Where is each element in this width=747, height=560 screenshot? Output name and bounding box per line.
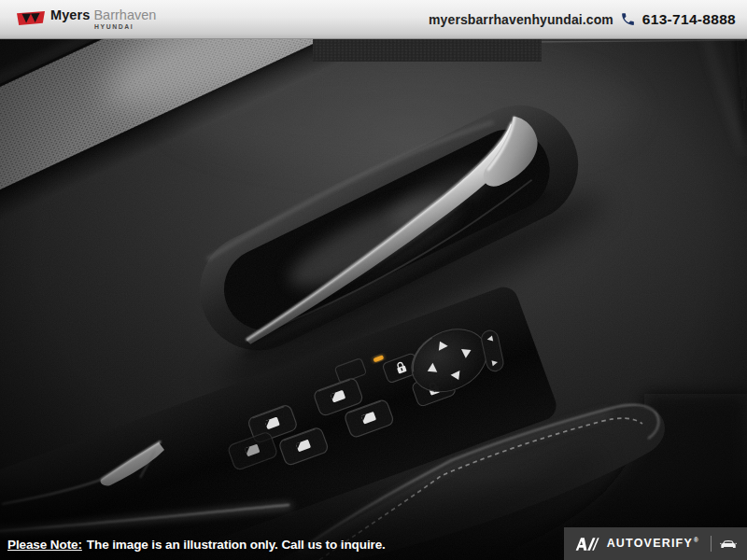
door-panel-illustration <box>0 39 747 560</box>
dealer-brand: HYUNDAI <box>94 23 156 30</box>
dealer-logo: Myers Barrhaven HYUNDAI <box>17 8 156 30</box>
phone-number-link[interactable]: 613-714-8888 <box>642 11 736 28</box>
website-link[interactable]: myersbarrhavenhyundai.com <box>429 12 613 27</box>
car-icon <box>719 537 738 551</box>
badge-divider <box>711 536 712 552</box>
vehicle-interior-photo <box>0 39 747 560</box>
myers-flag-icon <box>17 11 45 25</box>
autoverify-badge[interactable]: AUTOVERIFY® <box>564 527 747 560</box>
dealer-contact: myersbarrhavenhyundai.com 613-714-8888 <box>429 11 736 28</box>
registered-mark: ® <box>694 537 699 543</box>
dealer-name-block: Myers Barrhaven HYUNDAI <box>50 8 156 30</box>
autoverify-monogram-icon <box>575 535 599 553</box>
autoverify-label: AUTOVERIFY® <box>607 537 699 550</box>
phone-handset-icon <box>620 11 636 27</box>
disclaimer-text: Please Note:The image is an illustration… <box>7 538 386 552</box>
vehicle-photo-page: Myers Barrhaven HYUNDAI myersbarrhavenhy… <box>0 0 747 560</box>
dealer-name: Myers <box>50 8 90 22</box>
dealer-location: Barrhaven <box>93 8 156 22</box>
dealer-header: Myers Barrhaven HYUNDAI myersbarrhavenhy… <box>0 0 747 39</box>
disclaimer-body: The image is an illustration only. Call … <box>87 538 386 552</box>
disclaimer-label: Please Note: <box>7 538 82 552</box>
